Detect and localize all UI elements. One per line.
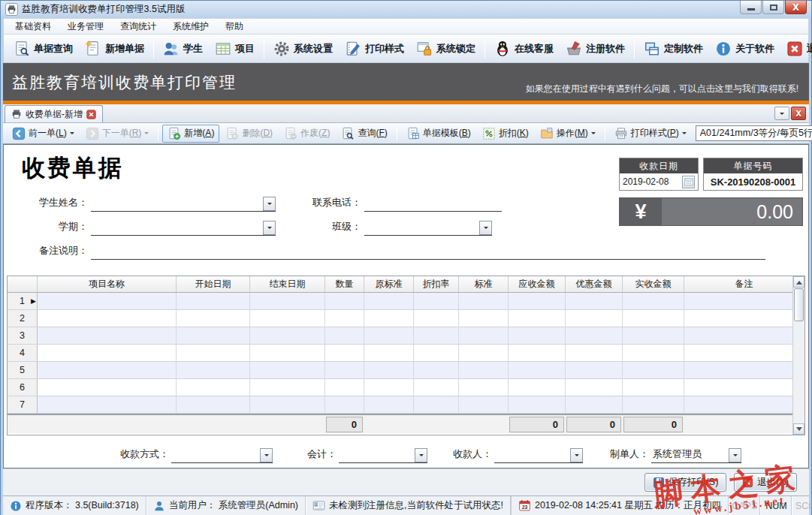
table-cell[interactable]: [566, 327, 623, 344]
table-cell[interactable]: [38, 310, 177, 327]
table-cell[interactable]: [509, 362, 566, 378]
table-cell[interactable]: [414, 396, 459, 413]
table-cell[interactable]: [325, 345, 364, 361]
table-scrollbar[interactable]: [792, 276, 804, 435]
tab-list-dropdown[interactable]: [774, 107, 789, 120]
table-cell[interactable]: [250, 293, 325, 309]
tab-close-button[interactable]: X: [791, 107, 806, 120]
combo-dropdown-button[interactable]: [260, 448, 273, 462]
table-cell[interactable]: [684, 362, 804, 378]
print-style-combobox[interactable]: A01/241mm/3等分/每页5行: [696, 125, 812, 141]
table-cell[interactable]: [325, 362, 364, 378]
combo-dropdown-button[interactable]: [415, 448, 427, 462]
payee-field[interactable]: [494, 447, 583, 463]
table-cell[interactable]: [38, 293, 177, 309]
tab-receipt-new[interactable]: 收费单据-新增: [5, 105, 103, 122]
menu-item[interactable]: 基础资料: [7, 18, 59, 35]
table-cell[interactable]: [623, 362, 684, 378]
toolbar-button[interactable]: 定制软件: [638, 38, 709, 60]
row-number-cell[interactable]: 3: [8, 327, 38, 344]
table-cell[interactable]: [459, 310, 509, 327]
toolbar-button[interactable]: 新增单据: [79, 38, 150, 60]
scroll-up-button[interactable]: [793, 276, 804, 288]
minimize-button[interactable]: [740, 1, 762, 14]
table-cell[interactable]: [566, 379, 623, 396]
table-cell[interactable]: [250, 396, 325, 413]
receipt-date-input[interactable]: 2019-02-08: [620, 173, 698, 190]
table-cell[interactable]: [364, 362, 414, 378]
accountant-field[interactable]: [339, 447, 427, 463]
table-cell[interactable]: [38, 396, 177, 413]
table-cell[interactable]: [325, 396, 364, 413]
table-cell[interactable]: [623, 396, 684, 413]
table-cell[interactable]: [250, 362, 325, 378]
date-picker-button[interactable]: [682, 176, 695, 188]
table-cell[interactable]: [566, 362, 623, 378]
doc-toolbar-button[interactable]: 操作(M): [535, 125, 601, 143]
table-cell[interactable]: [509, 396, 566, 413]
doc-toolbar-button[interactable]: 打印样式(P): [609, 125, 692, 143]
table-cell[interactable]: [38, 379, 177, 396]
table-cell[interactable]: [623, 293, 684, 309]
table-cell[interactable]: [177, 293, 250, 309]
save-print-button[interactable]: 保存打印(S): [644, 473, 727, 492]
table-cell[interactable]: [623, 310, 684, 327]
doc-toolbar-button[interactable]: 下一单(R): [80, 125, 155, 143]
banner-contact-link[interactable]: 如果您在使用过程中有遇到什么问题，可以点击这里与我们取得联系!: [526, 83, 798, 95]
toolbar-button[interactable]: 项目: [209, 38, 261, 60]
table-cell[interactable]: [364, 345, 414, 361]
scrollbar-thumb[interactable]: [794, 288, 804, 321]
table-cell[interactable]: [684, 396, 804, 413]
row-number-cell[interactable]: 5: [8, 362, 38, 378]
table-cell[interactable]: [364, 379, 414, 396]
table-cell[interactable]: [250, 345, 325, 361]
table-cell[interactable]: [38, 327, 177, 344]
doc-toolbar-button[interactable]: 前一单(L): [7, 125, 80, 143]
doc-toolbar-button[interactable]: 查询(F): [336, 125, 392, 143]
table-cell[interactable]: [509, 327, 566, 344]
table-cell[interactable]: [459, 362, 509, 378]
doc-toolbar-button[interactable]: 单据模板(B): [401, 125, 476, 143]
doc-toolbar-button[interactable]: 新增(A): [162, 125, 219, 143]
table-cell[interactable]: [684, 293, 804, 309]
table-cell[interactable]: [177, 345, 250, 361]
table-cell[interactable]: [459, 396, 509, 413]
payment-method-field[interactable]: [171, 447, 273, 463]
table-cell[interactable]: [38, 345, 177, 361]
semester-field[interactable]: [91, 218, 276, 236]
table-cell[interactable]: [459, 379, 509, 396]
table-cell[interactable]: [684, 327, 804, 344]
table-cell[interactable]: [364, 396, 414, 413]
menu-item[interactable]: 帮助: [217, 18, 252, 35]
student-name-field[interactable]: [91, 194, 276, 212]
toolbar-button[interactable]: 退出软件: [780, 38, 812, 60]
table-cell[interactable]: [325, 379, 364, 396]
table-cell[interactable]: [414, 379, 459, 396]
combo-dropdown-button[interactable]: [729, 448, 741, 462]
table-cell[interactable]: [38, 362, 177, 378]
doc-toolbar-button[interactable]: 折扣(K): [477, 125, 534, 143]
table-cell[interactable]: [623, 379, 684, 396]
toolbar-button[interactable]: 单据查询: [8, 38, 79, 60]
table-cell[interactable]: [250, 310, 325, 327]
menu-item[interactable]: 查询统计: [112, 18, 165, 35]
table-cell[interactable]: [177, 327, 250, 344]
remark-field[interactable]: [91, 242, 765, 260]
toolbar-button[interactable]: 注册软件: [560, 38, 631, 60]
toolbar-button[interactable]: 打印样式: [339, 38, 410, 60]
table-cell[interactable]: [414, 310, 459, 327]
table-cell[interactable]: [325, 293, 364, 309]
toolbar-button[interactable]: 系统锁定: [410, 38, 481, 60]
table-cell[interactable]: [414, 293, 459, 309]
table-cell[interactable]: [509, 345, 566, 361]
table-cell[interactable]: [566, 396, 623, 413]
doc-toolbar-button[interactable]: 作废(Z): [279, 125, 335, 143]
table-cell[interactable]: [250, 327, 325, 344]
table-cell[interactable]: [459, 293, 509, 309]
row-number-cell[interactable]: 7: [8, 396, 38, 413]
close-button[interactable]: X: [785, 1, 807, 14]
table-cell[interactable]: [566, 293, 623, 309]
table-cell[interactable]: [325, 310, 364, 327]
table-cell[interactable]: [177, 310, 250, 327]
toolbar-button[interactable]: 学生: [157, 38, 209, 60]
